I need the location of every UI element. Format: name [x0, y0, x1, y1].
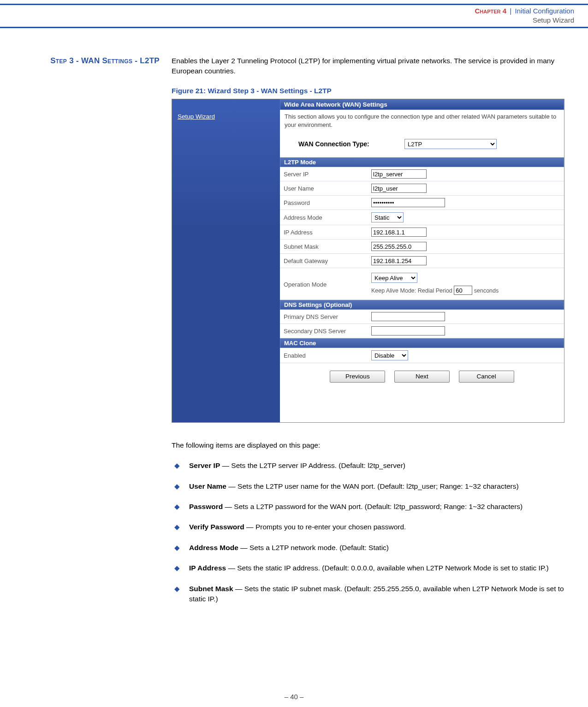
header-chapter: Chapter 4 [475, 7, 506, 15]
term-password: Password [189, 503, 223, 510]
user-name-input[interactable] [371, 184, 427, 193]
redial-prefix: Keep Alive Mode: Redial Period [371, 288, 454, 294]
term-server-ip: Server IP [189, 461, 220, 469]
embedded-screenshot: Setup Wizard Wide Area Network (WAN) Set… [172, 99, 564, 423]
term-address-mode: Address Mode [189, 544, 238, 551]
list-item: Subnet Mask — Sets the static IP subnet … [172, 584, 568, 605]
section-dns-settings: DNS Settings (Optional) [280, 300, 564, 310]
subnet-mask-input[interactable] [371, 242, 427, 251]
wizard-sidebar: Setup Wizard [172, 99, 280, 422]
subnet-mask-label: Subnet Mask [284, 243, 371, 250]
page-header: Chapter 4 | Initial Configuration Setup … [0, 4, 588, 28]
previous-button[interactable]: Previous [330, 371, 385, 383]
sidebar-item-setup-wizard[interactable]: Setup Wizard [178, 113, 274, 120]
page-number: – 40 – [0, 693, 588, 701]
default-gateway-label: Default Gateway [284, 258, 371, 264]
list-item: Server IP — Sets the L2TP server IP Addr… [172, 461, 568, 471]
header-subtitle: Setup Wizard [0, 16, 574, 24]
header-separator: | [510, 7, 511, 15]
next-button[interactable]: Next [394, 371, 450, 383]
list-item: IP Address — Sets the static IP address.… [172, 563, 568, 573]
redial-period-input[interactable] [454, 286, 472, 295]
address-mode-label: Address Mode [284, 214, 371, 221]
password-input[interactable] [371, 198, 445, 207]
redial-suffix: senconds [472, 288, 499, 294]
operation-mode-select[interactable]: Keep Alive [371, 273, 417, 283]
desc-user-name: — Sets the L2TP user name for the WAN po… [226, 482, 519, 490]
server-ip-input[interactable] [371, 169, 427, 179]
list-item: Address Mode — Sets a L2TP network mode.… [172, 543, 568, 553]
list-item: Password — Sets a L2TP password for the … [172, 502, 568, 512]
section-heading: Step 3 - WAN Settings - L2TP [0, 56, 160, 66]
primary-dns-input[interactable] [371, 312, 445, 321]
header-title: Initial Configuration [515, 7, 574, 15]
desc-password: — Sets a L2TP password for the WAN port.… [223, 503, 523, 510]
intro-text: Enables the Layer 2 Tunneling Protocol (… [172, 56, 568, 76]
ip-address-label: IP Address [284, 229, 371, 236]
mac-enabled-select[interactable]: Disable [371, 350, 408, 360]
desc-verify-password: — Prompts you to re-enter your chosen pa… [244, 523, 406, 531]
term-user-name: User Name [189, 482, 226, 490]
wan-connection-type-select[interactable]: L2TP [404, 139, 497, 149]
desc-subnet-mask: — Sets the static IP subnet mask. (Defau… [189, 585, 564, 603]
section-mac-clone: MAC Clone [280, 338, 564, 348]
figure-caption: Figure 21: Wizard Step 3 - WAN Settings … [172, 87, 568, 95]
panel-description: This section allows you to configure the… [280, 110, 564, 135]
ip-address-input[interactable] [371, 228, 427, 237]
user-name-label: User Name [284, 185, 371, 192]
term-verify-password: Verify Password [189, 523, 244, 531]
wan-connection-type-label: WAN Connection Type: [298, 140, 404, 148]
section-l2tp-mode: L2TP Mode [280, 157, 564, 167]
desc-ip-address: — Sets the static IP address. (Default: … [226, 564, 549, 572]
server-ip-label: Server IP [284, 171, 371, 178]
secondary-dns-label: Secondary DNS Server [284, 328, 371, 335]
operation-mode-subtext: Keep Alive Mode: Redial Period senconds [371, 286, 560, 295]
default-gateway-input[interactable] [371, 256, 427, 265]
term-subnet-mask: Subnet Mask [189, 585, 233, 593]
desc-address-mode: — Sets a L2TP network mode. (Default: St… [238, 544, 389, 551]
list-item: Verify Password — Prompts you to re-ente… [172, 522, 568, 532]
address-mode-select[interactable]: Static [371, 212, 404, 222]
primary-dns-label: Primary DNS Server [284, 313, 371, 320]
term-ip-address: IP Address [189, 564, 226, 572]
desc-server-ip: — Sets the L2TP server IP Address. (Defa… [220, 461, 405, 469]
password-label: Password [284, 199, 371, 206]
mac-enabled-label: Enabled [284, 352, 371, 359]
panel-title: Wide Area Network (WAN) Settings [280, 99, 564, 110]
secondary-dns-input[interactable] [371, 326, 445, 336]
followup-text: The following items are displayed on thi… [172, 440, 568, 450]
list-item: User Name — Sets the L2TP user name for … [172, 481, 568, 491]
description-list: Server IP — Sets the L2TP server IP Addr… [172, 461, 568, 605]
cancel-button[interactable]: Cancel [459, 371, 514, 383]
operation-mode-label: Operation Mode [284, 273, 371, 288]
